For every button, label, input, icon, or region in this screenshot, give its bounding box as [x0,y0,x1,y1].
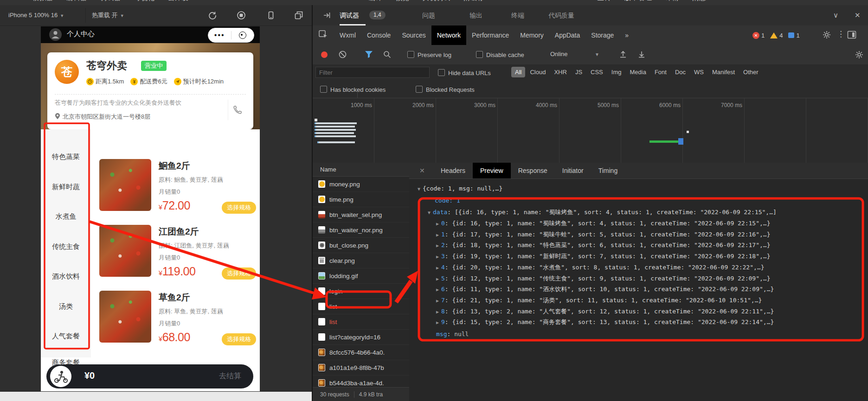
settings-gear-icon[interactable] [822,30,831,41]
json-array-row[interactable]: ▶7: {id: 21, type: 1, name: "汤类", sort: … [436,296,762,305]
type-filter-pill[interactable]: XHR [550,67,570,77]
json-array-row[interactable]: ▶8: {id: 13, type: 2, name: "人气套餐", sort… [436,307,774,316]
request-row[interactable]: btn_waiter_nor.png [313,223,409,238]
titlebar-tab[interactable]: 输出 [469,5,482,25]
clear-button[interactable] [339,51,347,60]
request-row[interactable]: time.png [313,192,409,207]
category-item[interactable]: 新鲜时蔬 [41,183,91,191]
throttling-select[interactable]: Online [550,51,568,57]
dish-image[interactable] [99,225,151,277]
call-store-button[interactable] [228,100,247,120]
close-detail-icon[interactable]: ✕ [419,163,425,178]
request-row[interactable]: clear.png [313,253,409,268]
name-column-header[interactable]: Name [313,163,409,177]
has-blocked-cookies-checkbox[interactable]: Has blocked cookies [320,85,386,94]
type-filter-pill[interactable]: Cloud [526,67,549,77]
device-selector[interactable]: iPhone 5 100% 16▼ [8,5,64,26]
close-target-icon[interactable] [231,32,254,39]
type-filter-pill[interactable]: JS [572,67,586,77]
panel-tab[interactable]: AppData [549,25,585,45]
dish-image[interactable] [99,159,151,211]
menu-item[interactable]: 预览 [396,0,410,1]
panel-tab[interactable]: Wxml [334,25,361,45]
json-array-row[interactable]: ▶5: {id: 12, type: 1, name: "传统主食", sort… [436,274,770,283]
import-har-icon[interactable] [619,50,627,60]
checkout-button[interactable]: 去结算 [219,371,241,381]
panel-tab[interactable]: Sources [396,25,431,45]
hot-reload-toggle[interactable]: 热重载 开▼ [92,5,124,26]
inspect-cursor-icon[interactable] [318,30,328,42]
preserve-log-checkbox[interactable]: Preserve log [407,51,451,59]
dish-card[interactable]: 鮰鱼2斤原料: 鮰鱼, 黄豆芽, 莲藕月销量0¥72.00选择规格 [91,155,260,215]
request-row[interactable]: list [313,314,409,330]
json-array-row[interactable]: ▶6: {id: 11, type: 1, name: "酒水饮料", sort… [436,285,774,293]
request-row[interactable]: login [313,284,409,299]
menu-item[interactable]: 编辑器 [66,0,87,1]
panel-tab[interactable]: » [619,25,634,45]
json-array-row[interactable]: ▶4: {id: 20, type: 1, name: "水煮鱼", sort:… [436,263,764,272]
request-row[interactable]: but_close.png [313,238,409,253]
network-overview-timeline[interactable]: 1000 ms2000 ms3000 ms4000 ms5000 ms6000 … [313,98,868,164]
titlebar-tab[interactable]: 代码质量 [548,5,574,25]
rotate-device-icon[interactable] [266,11,276,20]
kebab-menu-icon[interactable]: ⋮ [837,29,845,39]
menu-item[interactable]: 上传 [598,0,611,1]
panel-tab[interactable]: Network [431,25,466,45]
record-button[interactable] [321,51,328,58]
stop-record-icon[interactable] [237,11,246,20]
json-array-row[interactable]: ▶3: {id: 19, type: 1, name: "新鲜时蔬", sort… [436,252,770,261]
disable-cache-checkbox[interactable]: Disable cache [476,51,524,59]
cart-bar[interactable]: ¥0 去结算 [46,364,253,388]
json-root-line[interactable]: ▼{code: 1, msg: null,…} [418,185,502,192]
dish-card[interactable]: 江团鱼2斤配料: 江团鱼, 黄豆芽, 莲藕月销量0¥119.00选择规格 [91,221,260,280]
hide-data-urls-checkbox[interactable]: Hide data URLs [438,69,491,77]
blocked-requests-checkbox[interactable]: Blocked Requests [416,85,475,94]
network-settings-gear-icon[interactable] [855,50,864,61]
category-item[interactable]: 酒水饮料 [41,272,91,281]
menu-item[interactable]: 真机调试 [423,0,450,1]
panel-tab[interactable]: Storage [585,25,619,45]
panel-tab[interactable]: Memory [514,25,549,45]
waterfall-selection-handle[interactable] [678,138,683,145]
type-filter-pill[interactable]: All [511,67,525,77]
menu-item[interactable]: 版本管理 [624,0,652,1]
menu-item[interactable]: 消息 [692,0,706,1]
category-item[interactable]: 汤类 [41,302,91,311]
json-array-row[interactable]: ▶1: {id: 17, type: 1, name: "蜀味牛蛙", sort… [436,230,770,239]
panel-tab[interactable]: Performance [466,25,514,45]
tab-debugger[interactable]: 调试器 [340,5,359,25]
json-array-row[interactable]: ▶0: {id: 16, type: 1, name: "蜀味烤鱼", sort… [436,219,770,228]
menu-item[interactable]: 清缓存 [463,0,484,1]
menu-item[interactable]: 详情 [665,0,679,1]
category-item[interactable]: 水煮鱼 [41,212,91,221]
export-har-icon[interactable] [637,50,646,60]
request-row[interactable]: 8cfcc576-4b66-4a0. [313,345,409,360]
json-array-row[interactable]: ▶2: {id: 18, type: 1, name: "特色蒸菜", sort… [436,241,770,249]
request-row[interactable]: money.png [313,177,409,192]
type-filter-pill[interactable]: Other [739,67,762,77]
category-item[interactable]: 传统主食 [41,242,91,251]
dish-card[interactable]: 草鱼2斤原料: 草鱼, 黄豆芽, 莲藕月销量0¥68.00选择规格 [91,287,260,346]
close-icon[interactable]: ✕ [855,5,861,25]
type-filter-pill[interactable]: Doc [671,67,689,77]
wechat-capsule[interactable]: ••• [208,28,254,43]
search-icon[interactable] [383,51,391,60]
throttling-caret-icon[interactable]: ▼ [595,51,599,59]
more-icon[interactable]: ••• [208,29,231,42]
refresh-icon[interactable] [208,11,217,20]
request-row[interactable]: btn_waiter_sel.png [313,207,409,223]
request-row[interactable]: list?categoryId=16 [313,330,409,345]
type-filter-pill[interactable]: Font [651,67,670,77]
category-item[interactable]: 特色蒸菜 [41,153,91,161]
avatar[interactable] [49,28,62,41]
type-filter-pill[interactable]: CSS [587,67,607,77]
type-filter-pill[interactable]: Manifest [708,67,739,77]
type-filter-pill[interactable]: Img [608,67,625,77]
console-counters[interactable]: ✕1 4 1 [752,25,800,45]
type-filter-pill[interactable]: Media [626,67,649,77]
request-row[interactable]: a101a1e9-8f8b-47b [313,360,409,376]
json-array-row[interactable]: ▶9: {id: 15, type: 2, name: "商务套餐", sort… [436,318,774,326]
detail-tab[interactable]: Initiator [555,163,591,178]
collapse-chevron-icon[interactable]: ∨ [833,5,838,25]
detail-tab[interactable]: Timing [591,163,625,178]
